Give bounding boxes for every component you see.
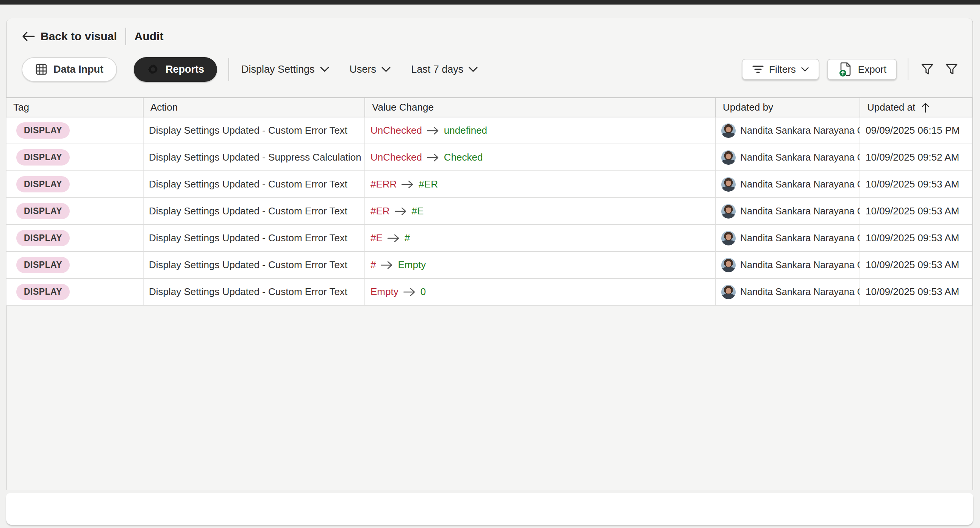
arrow-right-icon <box>426 153 439 162</box>
action-cell: Display Settings Updated - Custom Error … <box>143 171 365 197</box>
table-row[interactable]: DISPLAY Display Settings Updated - Custo… <box>6 225 972 252</box>
updated-by-name: Nandita Sankara Narayana C <box>740 179 860 190</box>
updated-at-cell: 09/09/2025 06:15 PM <box>860 118 972 143</box>
updated-by-cell: Nandita Sankara Narayana C <box>716 252 860 278</box>
updated-at-cell: 10/09/2025 09:53 AM <box>860 252 972 278</box>
tag-badge: DISPLAY <box>16 122 70 138</box>
updated-at-cell: 10/09/2025 09:53 AM <box>860 279 972 305</box>
action-text: Display Settings Updated - Custom Error … <box>149 125 347 136</box>
avatar <box>721 124 736 138</box>
grid-icon <box>35 63 47 75</box>
action-cell: Display Settings Updated - Custom Error … <box>143 118 365 143</box>
back-arrow-icon <box>22 31 35 42</box>
arrow-right-icon <box>401 180 414 189</box>
updated-at-cell: 10/09/2025 09:53 AM <box>860 171 972 197</box>
updated-by-name: Nandita Sankara Narayana C <box>740 259 860 270</box>
arrow-right-icon <box>387 234 400 243</box>
value-change-cell: UnChecked undefined <box>365 118 716 143</box>
column-header-action[interactable]: Action <box>143 98 365 117</box>
users-dropdown[interactable]: Users <box>343 64 398 75</box>
updated-by-cell: Nandita Sankara Narayana C <box>716 279 860 305</box>
updated-by-cell: Nandita Sankara Narayana C <box>716 198 860 224</box>
back-link-label: Back to visual <box>41 30 117 43</box>
users-label: Users <box>350 64 377 75</box>
tag-cell: DISPLAY <box>6 225 143 251</box>
export-button[interactable]: Export <box>827 59 897 80</box>
tag-badge: DISPLAY <box>16 176 70 192</box>
display-settings-dropdown[interactable]: Display Settings <box>234 64 336 75</box>
date-range-dropdown[interactable]: Last 7 days <box>404 64 485 75</box>
new-value: #ER <box>418 178 438 190</box>
table-row[interactable]: DISPLAY Display Settings Updated - Suppr… <box>6 144 972 171</box>
table-row[interactable]: DISPLAY Display Settings Updated - Custo… <box>6 279 972 306</box>
table-row[interactable]: DISPLAY Display Settings Updated - Custo… <box>6 252 972 279</box>
funnel-filter-icon-secondary[interactable] <box>942 59 961 79</box>
arrow-right-icon <box>395 207 407 216</box>
old-value: UnChecked <box>371 125 422 136</box>
reports-label: Reports <box>165 64 204 75</box>
action-text: Display Settings Updated - Custom Error … <box>149 178 347 190</box>
value-change-cell: # Empty <box>365 252 716 278</box>
header-divider <box>126 28 126 45</box>
updated-at: 10/09/2025 09:53 AM <box>865 286 959 298</box>
tag-badge: DISPLAY <box>16 203 70 219</box>
toolbar-divider <box>228 58 229 81</box>
updated-at: 09/09/2025 06:15 PM <box>865 125 960 136</box>
new-value: 0 <box>420 286 426 298</box>
action-text: Display Settings Updated - Custom Error … <box>149 259 347 271</box>
right-actions-divider <box>908 58 908 80</box>
updated-at-cell: 10/09/2025 09:53 AM <box>860 198 972 224</box>
toolbar-right-actions: Filters Export <box>742 58 961 80</box>
action-text: Display Settings Updated - Custom Error … <box>149 286 347 298</box>
data-input-label: Data Input <box>53 64 103 75</box>
chevron-down-icon <box>801 67 809 72</box>
avatar <box>721 204 736 219</box>
chevron-down-icon <box>320 67 329 72</box>
page-title: Audit <box>134 30 164 43</box>
table-header-row: Tag Action Value Change Updated by Updat… <box>6 97 972 118</box>
avatar <box>721 258 736 272</box>
filter-lines-icon <box>752 65 764 74</box>
tag-badge: DISPLAY <box>16 257 70 273</box>
updated-at: 10/09/2025 09:52 AM <box>865 151 959 163</box>
old-value: #ERR <box>371 178 397 190</box>
old-value: #ER <box>371 205 390 217</box>
action-cell: Display Settings Updated - Suppress Calc… <box>143 144 365 170</box>
back-to-visual-link[interactable]: Back to visual <box>22 30 117 43</box>
updated-at: 10/09/2025 09:53 AM <box>865 259 959 271</box>
filters-label: Filters <box>769 64 796 75</box>
updated-by-name: Nandita Sankara Narayana C <box>740 125 860 136</box>
column-header-updated-at[interactable]: Updated at <box>860 98 972 117</box>
gear-icon <box>146 63 159 76</box>
updated-at-cell: 10/09/2025 09:53 AM <box>860 225 972 251</box>
avatar <box>721 150 736 165</box>
old-value: #E <box>371 232 383 244</box>
table-row[interactable]: DISPLAY Display Settings Updated - Custo… <box>6 198 972 225</box>
tag-cell: DISPLAY <box>6 252 143 278</box>
column-header-label: Value Change <box>372 102 434 113</box>
date-range-label: Last 7 days <box>411 64 463 75</box>
arrow-right-icon <box>380 261 393 270</box>
reports-tab[interactable]: Reports <box>134 57 217 82</box>
column-header-value-change[interactable]: Value Change <box>365 98 716 117</box>
updated-at: 10/09/2025 09:53 AM <box>865 178 959 190</box>
bottom-panel <box>6 493 973 525</box>
action-cell: Display Settings Updated - Custom Error … <box>143 225 365 251</box>
new-value: # <box>404 232 410 244</box>
filters-button[interactable]: Filters <box>742 59 819 80</box>
updated-by-cell: Nandita Sankara Narayana C <box>716 225 860 251</box>
column-header-tag[interactable]: Tag <box>6 98 143 117</box>
column-header-label: Updated by <box>723 102 773 113</box>
arrow-right-icon <box>403 288 416 297</box>
table-row[interactable]: DISPLAY Display Settings Updated - Custo… <box>6 118 972 144</box>
chevron-down-icon <box>469 67 478 72</box>
updated-by-cell: Nandita Sankara Narayana C <box>716 118 860 143</box>
data-input-tab[interactable]: Data Input <box>22 57 117 82</box>
action-text: Display Settings Updated - Custom Error … <box>149 205 347 217</box>
new-value: undefined <box>444 125 487 136</box>
funnel-filter-icon[interactable] <box>918 59 937 79</box>
value-change-cell: UnChecked Checked <box>365 144 716 170</box>
sort-ascending-icon <box>921 102 930 113</box>
column-header-updated-by[interactable]: Updated by <box>716 98 860 117</box>
table-row[interactable]: DISPLAY Display Settings Updated - Custo… <box>6 171 972 198</box>
